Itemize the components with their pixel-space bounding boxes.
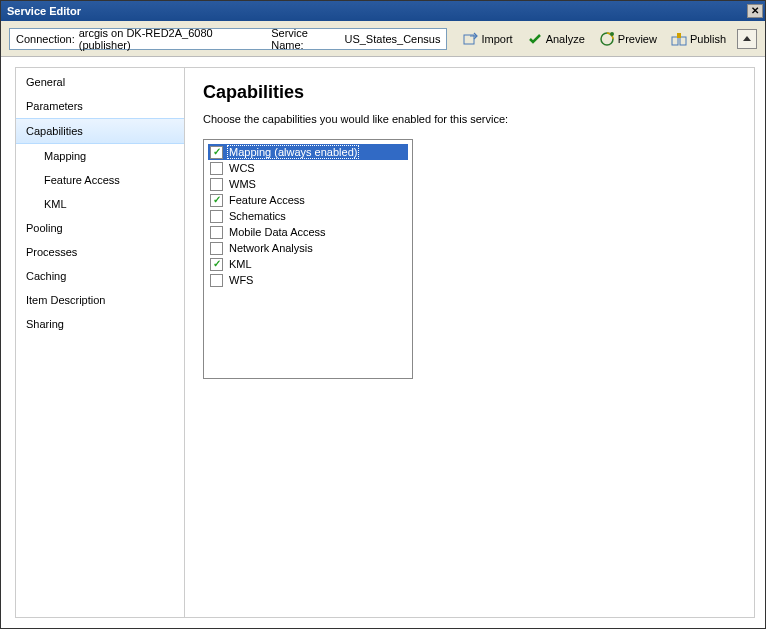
svg-rect-3	[672, 37, 678, 45]
checkbox-wms[interactable]	[210, 178, 223, 191]
collapse-button[interactable]	[737, 29, 757, 49]
checkbox-kml[interactable]	[210, 258, 223, 271]
capability-label: Network Analysis	[227, 241, 315, 255]
capability-item-kml[interactable]: KML	[208, 256, 408, 272]
capability-item-network-analysis[interactable]: Network Analysis	[208, 240, 408, 256]
capability-item-mobile-data-access[interactable]: Mobile Data Access	[208, 224, 408, 240]
checkbox-schematics[interactable]	[210, 210, 223, 223]
sidebar-item-general[interactable]: General	[16, 70, 184, 94]
sidebar-item-sharing[interactable]: Sharing	[16, 312, 184, 336]
capability-label: Mapping (always enabled)	[227, 145, 359, 159]
capability-label: WMS	[227, 177, 258, 191]
svg-rect-4	[680, 37, 686, 45]
capabilities-list: Mapping (always enabled) WCS WMS Feature…	[203, 139, 413, 379]
service-editor-window: Service Editor ✕ Connection: arcgis on D…	[0, 0, 766, 629]
preview-icon	[599, 31, 615, 47]
toolbar: Connection: arcgis on DK-RED2A_6080 (pub…	[1, 21, 765, 57]
checkbox-mapping[interactable]	[210, 146, 223, 159]
analyze-icon	[527, 31, 543, 47]
checkbox-mobile-data-access[interactable]	[210, 226, 223, 239]
connection-label: Connection:	[16, 33, 75, 45]
titlebar: Service Editor ✕	[1, 1, 765, 21]
service-name-label: Service Name:	[271, 27, 340, 51]
content-area: General Parameters Capabilities Mapping …	[1, 57, 765, 628]
connection-input[interactable]: Connection: arcgis on DK-RED2A_6080 (pub…	[9, 28, 447, 50]
sidebar-item-feature-access[interactable]: Feature Access	[16, 168, 184, 192]
panel-heading: Capabilities	[203, 82, 736, 103]
svg-point-2	[610, 32, 614, 36]
sidebar-item-pooling[interactable]: Pooling	[16, 216, 184, 240]
publish-button[interactable]: Publish	[666, 28, 731, 50]
sidebar-item-processes[interactable]: Processes	[16, 240, 184, 264]
capability-item-wfs[interactable]: WFS	[208, 272, 408, 288]
svg-rect-5	[677, 33, 681, 38]
checkbox-network-analysis[interactable]	[210, 242, 223, 255]
checkbox-wfs[interactable]	[210, 274, 223, 287]
sidebar-item-caching[interactable]: Caching	[16, 264, 184, 288]
titlebar-title: Service Editor	[7, 5, 747, 17]
panel-subtitle: Choose the capabilities you would like e…	[203, 113, 736, 125]
sidebar-item-capabilities[interactable]: Capabilities	[16, 118, 184, 144]
capability-label: Mobile Data Access	[227, 225, 328, 239]
sidebar: General Parameters Capabilities Mapping …	[15, 67, 185, 618]
publish-icon	[671, 31, 687, 47]
import-label: Import	[481, 33, 512, 45]
preview-button[interactable]: Preview	[594, 28, 662, 50]
sidebar-item-item-description[interactable]: Item Description	[16, 288, 184, 312]
import-button[interactable]: Import	[457, 28, 517, 50]
sidebar-item-mapping[interactable]: Mapping	[16, 144, 184, 168]
service-name-value: US_States_Census	[344, 33, 440, 45]
import-icon	[462, 31, 478, 47]
publish-label: Publish	[690, 33, 726, 45]
connection-value: arcgis on DK-RED2A_6080 (publisher)	[79, 27, 260, 51]
checkbox-feature-access[interactable]	[210, 194, 223, 207]
sidebar-item-parameters[interactable]: Parameters	[16, 94, 184, 118]
analyze-button[interactable]: Analyze	[522, 28, 590, 50]
capability-item-feature-access[interactable]: Feature Access	[208, 192, 408, 208]
analyze-label: Analyze	[546, 33, 585, 45]
close-icon: ✕	[751, 6, 759, 16]
capability-item-wcs[interactable]: WCS	[208, 160, 408, 176]
capability-item-wms[interactable]: WMS	[208, 176, 408, 192]
triangle-up-icon	[742, 34, 752, 44]
checkbox-wcs[interactable]	[210, 162, 223, 175]
close-button[interactable]: ✕	[747, 4, 763, 18]
main-panel: Capabilities Choose the capabilities you…	[185, 67, 755, 618]
capability-item-schematics[interactable]: Schematics	[208, 208, 408, 224]
sidebar-item-kml[interactable]: KML	[16, 192, 184, 216]
capability-label: WCS	[227, 161, 257, 175]
capability-item-mapping[interactable]: Mapping (always enabled)	[208, 144, 408, 160]
preview-label: Preview	[618, 33, 657, 45]
capability-label: KML	[227, 257, 254, 271]
capability-label: WFS	[227, 273, 255, 287]
capability-label: Schematics	[227, 209, 288, 223]
capability-label: Feature Access	[227, 193, 307, 207]
